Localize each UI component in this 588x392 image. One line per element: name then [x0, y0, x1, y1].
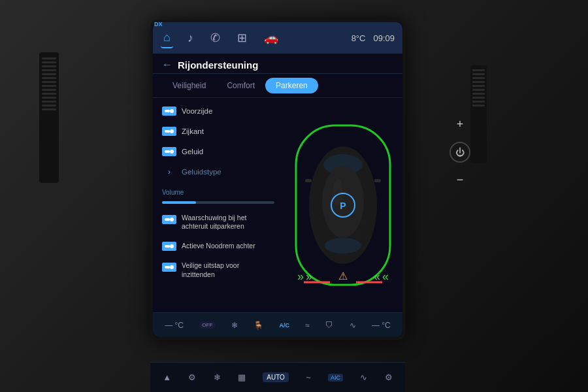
svg-point-3: [170, 129, 174, 133]
left-panel: Voorzijde Zijkant Geluid: [153, 98, 284, 312]
toggle-geluid-icon: [162, 147, 176, 156]
car-interior: + ⏻ − DX ⌂ ♪ ✆ ⊞ 🚗 8°C 09:09: [0, 0, 588, 392]
grid-icon: ▦: [238, 372, 246, 382]
climate-extra[interactable]: ⚙: [385, 372, 393, 382]
fan-icon: ❄: [231, 321, 238, 330]
volume-bar-fill: [162, 201, 196, 204]
volume-bar-container[interactable]: [153, 200, 284, 208]
screen-bezel: DX ⌂ ♪ ✆ ⊞ 🚗 8°C 09:09 ← Rijondersteunin…: [150, 20, 405, 340]
climate-fan-up[interactable]: ▲: [163, 372, 171, 382]
wave-icon: ∿: [360, 372, 367, 382]
svg-point-9: [170, 244, 174, 248]
menu-label-uitstap: Veilige uitstap voorinzittenden: [182, 261, 239, 279]
time-display: 09:09: [373, 33, 395, 43]
svg-rect-6: [165, 218, 170, 221]
tab-veiligheid[interactable]: Veiligheid: [162, 78, 216, 93]
volume-bar-bg: [162, 201, 274, 204]
settings-icon: ⚙: [188, 372, 196, 382]
status-heat[interactable]: ≈: [305, 321, 310, 330]
climate-auto[interactable]: AUTO: [263, 372, 289, 382]
menu-item-geluidstype[interactable]: › Geluidstype: [153, 163, 284, 182]
right-arrow-2: «: [382, 270, 389, 284]
nav-icons: ⌂ ♪ ✆ ⊞ 🚗: [161, 28, 281, 48]
volume-section: Volume: [153, 183, 284, 199]
left-arrow-2: »: [306, 270, 312, 284]
right-vent: [470, 65, 487, 163]
main-content: Voorzijde Zijkant Geluid: [153, 98, 402, 312]
status-wind[interactable]: ∿: [350, 321, 356, 330]
page-header: ← Rijondersteuning: [153, 54, 402, 74]
toggle-zijkant-icon: [162, 127, 176, 136]
climate-grid[interactable]: ▦: [238, 372, 246, 382]
car-outline-svg: P: [291, 120, 395, 290]
seat-icon: 🪑: [253, 321, 263, 330]
status-fan[interactable]: ❄: [231, 321, 238, 330]
menu-item-waarschuwing[interactable]: Waarschuwing bij hetachteruit uitparkere…: [153, 209, 284, 236]
menu-item-zijkant[interactable]: Zijkant: [153, 122, 284, 141]
top-right-info: 8°C 09:09: [351, 33, 395, 43]
tab-parkeren[interactable]: Parkeren: [265, 78, 318, 93]
menu-item-geluid[interactable]: Geluid: [153, 142, 284, 161]
climate-bar: ▲ ⚙ ❄ ▦ AUTO ~ AIC ∿ ⚙: [150, 362, 405, 392]
climate-temp[interactable]: ~: [306, 372, 311, 382]
svg-rect-8: [165, 245, 170, 248]
menu-label-waarschuwing: Waarschuwing bij hetachteruit uitparkere…: [182, 214, 246, 231]
dx-label: DX: [154, 22, 163, 27]
plus-button[interactable]: +: [457, 118, 464, 131]
nav-apps-icon[interactable]: ⊞: [235, 28, 250, 48]
climate-aic[interactable]: AIC: [328, 374, 343, 382]
left-vent: [39, 52, 59, 183]
svg-point-1: [170, 109, 174, 113]
menu-item-voorzijde[interactable]: Voorzijde: [153, 102, 284, 121]
defrost-icon: ⛉: [325, 321, 333, 330]
tab-comfort[interactable]: Comfort: [216, 78, 265, 93]
ac-label: A/C: [279, 322, 289, 329]
status-temp-right: — °C: [372, 321, 391, 330]
svg-text:P: P: [340, 201, 346, 211]
temperature-display: 8°C: [351, 33, 366, 43]
status-ac[interactable]: A/C: [279, 322, 289, 329]
status-defrost[interactable]: ⛉: [325, 321, 333, 330]
temp-left-icon: — °C: [165, 321, 184, 330]
left-arrow-1: »: [297, 270, 304, 284]
climate-settings[interactable]: ⚙: [188, 372, 196, 382]
svg-point-11: [170, 265, 174, 269]
nav-home-icon[interactable]: ⌂: [161, 28, 173, 48]
svg-point-5: [170, 150, 174, 154]
chevron-geluidstype-icon: ›: [162, 167, 176, 176]
svg-rect-4: [165, 150, 170, 153]
bottom-arrows: » » ⚠ « «: [291, 270, 395, 284]
svg-rect-20: [305, 179, 312, 182]
right-arrows: « «: [374, 270, 389, 284]
volume-label: Volume: [162, 189, 184, 196]
svg-point-7: [170, 218, 174, 221]
nav-music-icon[interactable]: ♪: [185, 29, 196, 48]
warning-icon: ⚠: [338, 270, 348, 284]
status-seat[interactable]: 🪑: [253, 321, 263, 330]
svg-rect-21: [374, 179, 381, 182]
menu-label-noodrem: Actieve Noodrem achter: [182, 242, 255, 251]
power-button[interactable]: ⏻: [449, 142, 470, 163]
car-visualization: P » » ⚠ «: [291, 120, 395, 290]
screen: DX ⌂ ♪ ✆ ⊞ 🚗 8°C 09:09 ← Rijondersteunin…: [153, 22, 402, 337]
nav-phone-icon[interactable]: ✆: [208, 28, 223, 48]
menu-label-geluid: Geluid: [182, 147, 203, 157]
top-bar: DX ⌂ ♪ ✆ ⊞ 🚗 8°C 09:09: [153, 22, 402, 54]
back-button[interactable]: ←: [162, 59, 172, 71]
extra-icon: ⚙: [385, 372, 393, 382]
svg-rect-0: [165, 110, 170, 112]
tabs-row: Veiligheid Comfort Parkeren: [153, 74, 402, 98]
nav-car-icon[interactable]: 🚗: [261, 28, 281, 48]
minus-button[interactable]: −: [457, 173, 464, 187]
menu-item-noodrem[interactable]: Actieve Noodrem achter: [153, 237, 284, 255]
climate-wave[interactable]: ∿: [360, 372, 367, 382]
status-bar: — °C OFF ❄ 🪑 A/C ≈ ⛉: [153, 312, 402, 337]
climate-ac-btn[interactable]: ❄: [214, 372, 221, 382]
toggle-voorzijde-icon: [162, 106, 176, 116]
status-off[interactable]: OFF: [199, 321, 215, 329]
ac-btn-icon: ❄: [214, 372, 221, 382]
menu-item-uitstap[interactable]: Veilige uitstap voorinzittenden: [153, 257, 284, 284]
temp-right-icon: — °C: [372, 321, 391, 330]
status-temp-left: — °C: [165, 321, 184, 330]
page-title: Rijondersteuning: [178, 59, 258, 71]
